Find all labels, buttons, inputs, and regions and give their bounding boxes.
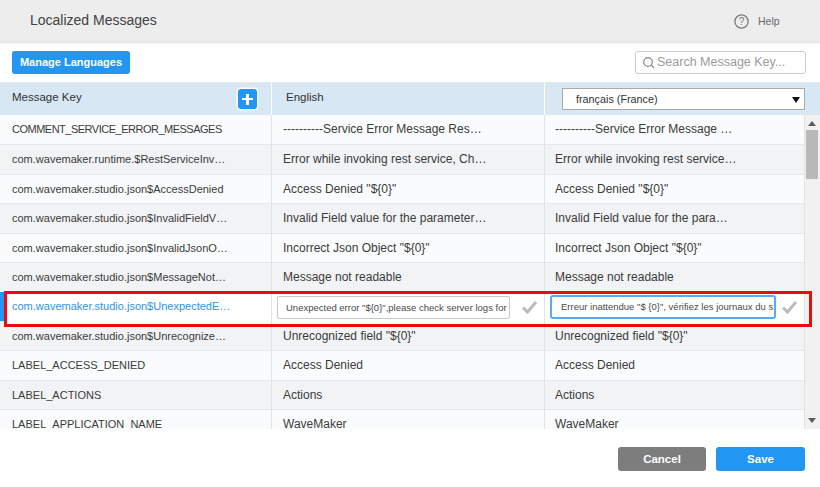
svg-text:?: ? bbox=[739, 16, 745, 27]
